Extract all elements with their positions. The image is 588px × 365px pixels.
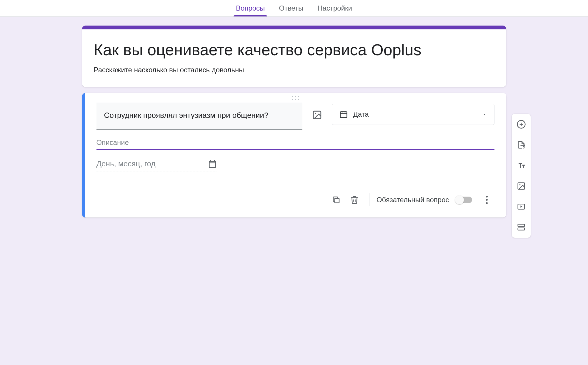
svg-rect-6 [335, 198, 339, 203]
question-description-input[interactable] [96, 138, 494, 147]
import-questions-button[interactable] [515, 138, 528, 151]
side-toolbar [512, 114, 531, 238]
date-preview-label: День, месяц, год [96, 159, 156, 168]
video-icon [517, 202, 526, 211]
top-tabs: Вопросы Ответы Настройки [0, 0, 588, 17]
question-type-label: Дата [353, 110, 369, 118]
tab-responses[interactable]: Ответы [279, 4, 303, 16]
tab-settings[interactable]: Настройки [317, 4, 352, 16]
question-description-field[interactable] [96, 137, 494, 150]
image-icon [312, 110, 322, 120]
text-icon [517, 161, 526, 170]
required-toggle[interactable] [456, 197, 472, 203]
add-image-button[interactable] [515, 180, 528, 192]
form-editor: Как вы оцениваете качество сервиса Ooplu… [0, 17, 588, 235]
add-image-to-question-button[interactable] [311, 108, 324, 121]
form-header-card[interactable]: Как вы оцениваете качество сервиса Ooplu… [82, 26, 506, 87]
question-text[interactable]: Сотрудник проявлял энтузиазм при общении… [104, 110, 295, 121]
question-footer: Обязательный вопрос [96, 186, 494, 215]
question-type-select[interactable]: Дата [332, 104, 494, 125]
form-title[interactable]: Как вы оцениваете качество сервиса Ooplu… [94, 40, 494, 60]
section-icon [517, 223, 526, 232]
add-title-button[interactable] [515, 159, 528, 172]
svg-rect-16 [518, 228, 524, 230]
svg-rect-15 [518, 224, 524, 227]
form-description[interactable]: Расскажите насколько вы остались довольн… [94, 66, 494, 74]
chevron-down-icon [482, 112, 487, 117]
drag-handle[interactable] [96, 93, 494, 103]
import-icon [517, 140, 526, 149]
question-card: Сотрудник проявлял энтузиазм при общении… [82, 93, 506, 217]
drag-icon [292, 96, 299, 100]
divider [369, 193, 369, 206]
duplicate-button[interactable] [329, 192, 344, 207]
add-video-button[interactable] [515, 200, 528, 213]
tab-questions[interactable]: Вопросы [236, 4, 265, 16]
add-question-button[interactable] [515, 118, 528, 131]
more-button[interactable] [479, 192, 494, 207]
image-icon [517, 182, 526, 190]
svg-point-13 [519, 184, 520, 185]
svg-rect-2 [340, 112, 347, 118]
calendar-icon [208, 159, 217, 169]
add-section-button[interactable] [515, 221, 528, 234]
more-vertical-icon [486, 196, 488, 204]
date-answer-preview: День, месяц, год [96, 159, 217, 172]
question-text-field[interactable]: Сотрудник проявлял энтузиазм при общении… [96, 103, 302, 130]
trash-icon [350, 195, 359, 204]
plus-circle-icon [517, 120, 526, 129]
calendar-icon [339, 110, 348, 119]
delete-button[interactable] [347, 192, 362, 207]
svg-point-1 [315, 113, 316, 114]
copy-icon [332, 195, 341, 204]
required-label: Обязательный вопрос [377, 196, 449, 204]
